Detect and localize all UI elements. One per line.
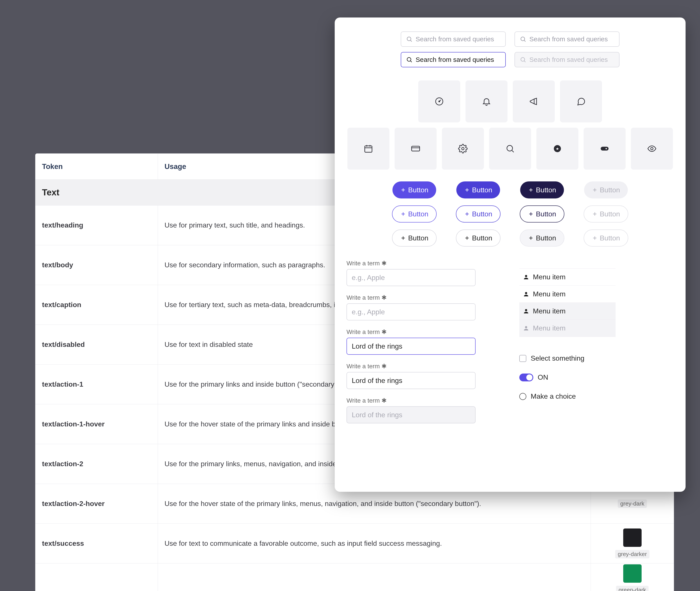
plus-icon (528, 235, 534, 241)
svg-line-7 (524, 61, 525, 62)
radio-control[interactable]: Make a choice (519, 392, 616, 400)
button-secondary-hover[interactable]: Button (456, 205, 501, 222)
text-input-default[interactable] (347, 269, 476, 286)
person-icon (523, 325, 529, 332)
button-label: Button (472, 210, 492, 218)
plus-icon (464, 187, 470, 193)
search-icon (406, 36, 413, 43)
icon-tile-megaphone[interactable] (513, 80, 555, 122)
button-label: Button (408, 234, 428, 242)
swatch-cell-green-dark: green-dark (591, 564, 674, 591)
token-cell (36, 564, 158, 591)
button-label: Button (536, 186, 556, 194)
token-cell: text/caption (36, 285, 158, 325)
svg-point-23 (651, 147, 653, 150)
search-placeholder: Search from saved queries (529, 56, 608, 63)
icon-tile-row-small (347, 128, 674, 170)
token-cell: text/body (36, 245, 158, 285)
icon-tile-card[interactable] (395, 128, 436, 170)
toggle-control[interactable]: ON (519, 373, 616, 381)
svg-rect-14 (412, 146, 420, 151)
search-input-default[interactable]: Search from saved queries (515, 31, 620, 47)
button-tertiary-hover[interactable]: Button (456, 229, 501, 247)
icon-tile-calendar[interactable] (347, 128, 389, 170)
icon-tile-settings[interactable] (442, 128, 484, 170)
button-tertiary[interactable]: Button (392, 229, 437, 247)
icon-tile-eye[interactable] (631, 128, 673, 170)
plus-icon (464, 235, 470, 241)
token-cell: text/action-1 (36, 365, 158, 404)
swatch-cell-grey-darker: grey-darker (591, 524, 674, 563)
token-cell: text/action-2 (36, 444, 158, 484)
text-input-hover[interactable] (347, 303, 476, 320)
menu-item-label: Menu item (533, 307, 566, 315)
search-input-default[interactable]: Search from saved queries (401, 31, 506, 47)
button-label: Button (600, 210, 620, 218)
button-secondary[interactable]: Button (392, 205, 437, 222)
plus-icon (528, 187, 534, 193)
search-input-active[interactable]: Search from saved queries (401, 52, 506, 67)
menu-item-disabled: Menu item (519, 320, 616, 337)
text-input-focus[interactable] (347, 338, 476, 355)
svg-line-5 (411, 61, 412, 62)
token-cell: text/heading (36, 205, 158, 245)
radio-icon (519, 393, 526, 400)
required-asterisk: ✱ (382, 397, 387, 404)
menu-item-hover[interactable]: Menu item (519, 303, 616, 320)
button-label: Button (472, 186, 492, 194)
field-label-text: Write a term (347, 294, 380, 301)
menu-item-default[interactable]: Menu item (519, 286, 616, 303)
button-primary-active[interactable]: Button (520, 181, 564, 198)
svg-point-48 (525, 275, 527, 277)
checkbox-control[interactable]: Select something (519, 354, 616, 363)
field-focus: Write a term✱ (347, 328, 476, 355)
button-primary-disabled: Button (584, 181, 628, 198)
comment-icon (576, 96, 586, 106)
icon-tile-bell[interactable] (466, 80, 508, 122)
toggle-icon (519, 374, 533, 381)
swatch-label: green-dark (616, 586, 649, 591)
button-variant-grid: Button Button Button Button Button Butto… (347, 181, 674, 247)
button-label: Button (536, 234, 556, 242)
menu-item-default[interactable]: Menu item (519, 269, 616, 286)
table-row: text/success Use for text to communicate… (36, 524, 674, 564)
search-input-disabled: Search from saved queries (515, 52, 620, 67)
svg-point-22 (605, 147, 607, 149)
text-input-filled[interactable] (347, 372, 476, 389)
svg-point-50 (525, 309, 527, 311)
text-input-disabled (347, 406, 476, 423)
search-icon (520, 36, 526, 43)
gauge-icon (434, 96, 444, 106)
required-asterisk: ✱ (382, 363, 387, 370)
color-swatch (623, 564, 642, 583)
form-and-controls: Write a term✱ Write a term✱ Write a term… (347, 260, 674, 431)
field-filled: Write a term✱ (347, 363, 476, 389)
button-primary-hover[interactable]: Button (456, 181, 500, 198)
search-input-variants: Search from saved queries Search from sa… (347, 31, 674, 67)
icon-tile-search[interactable] (489, 128, 531, 170)
svg-line-18 (512, 150, 514, 152)
button-primary[interactable]: Button (393, 181, 436, 198)
button-label: Button (408, 210, 428, 218)
svg-point-2 (521, 37, 525, 41)
button-label: Button (472, 234, 492, 242)
icon-tile-star[interactable] (536, 128, 578, 170)
svg-point-17 (507, 145, 513, 151)
search-icon (520, 56, 526, 63)
button-tertiary-active[interactable]: Button (520, 229, 565, 247)
button-label: Button (536, 210, 556, 218)
star-icon (552, 144, 562, 153)
token-cell: text/disabled (36, 325, 158, 364)
search-placeholder: Search from saved queries (416, 36, 494, 43)
required-asterisk: ✱ (382, 328, 387, 335)
checkbox-label: Select something (531, 354, 584, 363)
svg-line-3 (524, 41, 525, 42)
icon-tile-gauge[interactable] (418, 80, 460, 122)
toggle-icon (600, 144, 609, 153)
svg-rect-10 (365, 146, 372, 152)
icon-tile-toggle[interactable] (584, 128, 626, 170)
calendar-icon (363, 144, 373, 153)
button-secondary-active[interactable]: Button (520, 205, 565, 222)
icon-tile-comment[interactable] (560, 80, 602, 122)
person-icon (523, 274, 529, 280)
